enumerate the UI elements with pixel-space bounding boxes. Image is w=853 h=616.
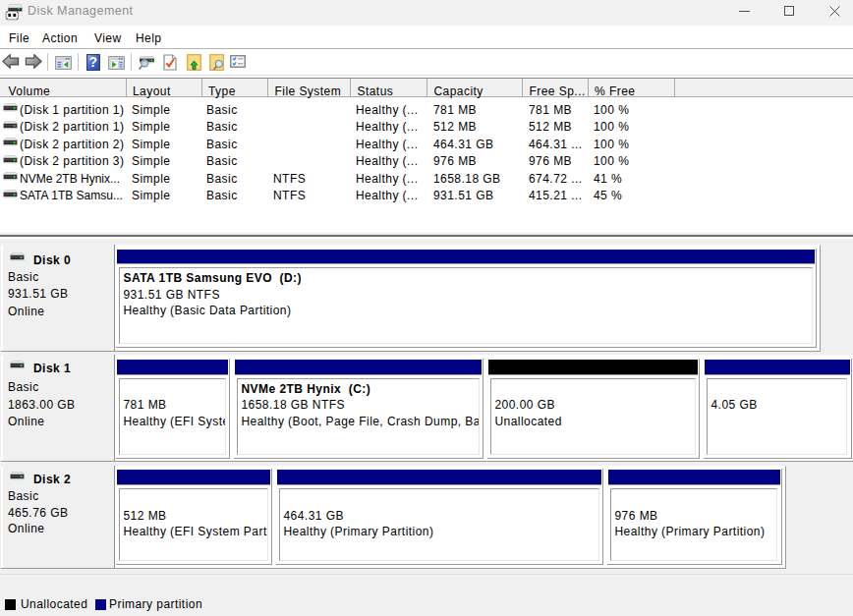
- svg-text:?: ?: [88, 54, 97, 70]
